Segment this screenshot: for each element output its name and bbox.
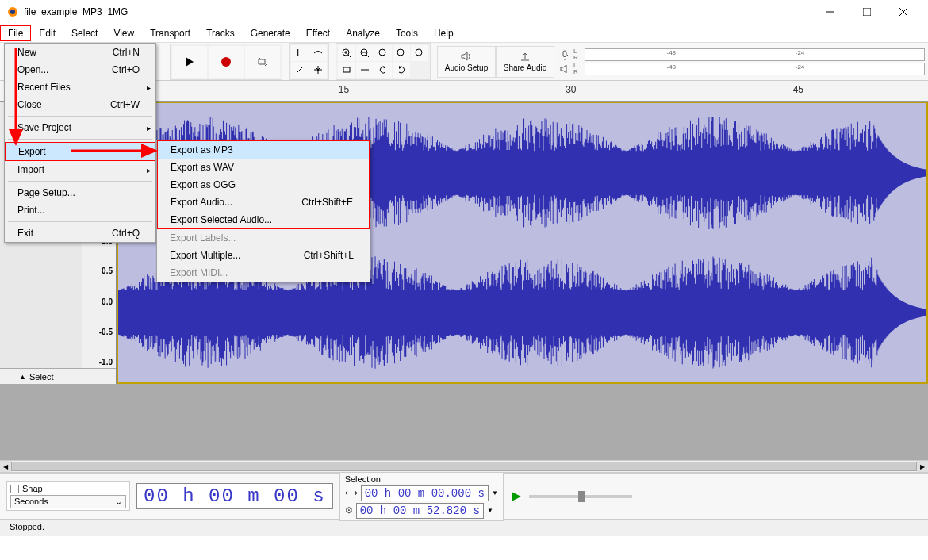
selection-end-time[interactable]: 00 h 00 m 52.820 s xyxy=(356,503,484,519)
menu-help[interactable]: Help xyxy=(426,25,462,41)
scale-val: -0.5 xyxy=(82,328,113,336)
menu-transport[interactable]: Transport xyxy=(142,25,198,41)
play-speed-button[interactable] xyxy=(510,490,523,503)
silence-icon[interactable] xyxy=(356,62,374,78)
export-menu-export-midi-: Export MIDI... xyxy=(157,264,370,282)
export-submenu: Export as MP3Export as WAVExport as OGGE… xyxy=(156,140,370,282)
play-button[interactable] xyxy=(172,46,207,78)
menubar: File Edit Select View Transport Tracks G… xyxy=(0,24,928,43)
scroll-right-arrow[interactable]: ▶ xyxy=(917,461,928,472)
export-menu-export-as-wav[interactable]: Export as WAV xyxy=(158,159,369,176)
menu-tracks[interactable]: Tracks xyxy=(198,25,243,41)
horizontal-scrollbar[interactable]: ◀ ▶ xyxy=(0,460,928,473)
playback-meter[interactable]: -48 -24 xyxy=(585,63,925,75)
speed-slider[interactable] xyxy=(529,495,632,498)
export-menu-export-as-mp-[interactable]: Export as MP3 xyxy=(158,141,369,159)
snap-label: Snap xyxy=(22,484,43,493)
status-text: Stopped. xyxy=(10,522,44,531)
file-menu-close[interactable]: CloseCtrl+W xyxy=(5,96,155,113)
empty-track-area xyxy=(0,384,928,460)
zoom-toggle-icon[interactable] xyxy=(411,45,428,61)
svg-rect-23 xyxy=(563,51,566,56)
file-menu-exit[interactable]: ExitCtrl+Q xyxy=(5,224,155,242)
mic-icon xyxy=(559,49,570,60)
selection-label: Selection xyxy=(345,474,498,484)
maximize-button[interactable] xyxy=(849,0,885,24)
svg-point-17 xyxy=(397,49,404,56)
speaker-small-icon xyxy=(559,63,570,75)
menu-view[interactable]: View xyxy=(105,25,142,41)
redo-icon[interactable] xyxy=(393,62,410,78)
multi-tool-icon[interactable] xyxy=(309,62,327,78)
fit-project-icon[interactable] xyxy=(393,45,410,61)
play-at-speed xyxy=(510,490,632,503)
meter-area: LR -48 -24 LR -48 -24 xyxy=(559,48,925,75)
file-menu-recent-files[interactable]: Recent Files▸ xyxy=(5,79,155,96)
svg-text:I: I xyxy=(297,48,299,58)
lr-label-2: LR xyxy=(573,63,581,75)
scroll-left-arrow[interactable]: ◀ xyxy=(0,461,11,472)
selection-start-time[interactable]: 00 h 00 m 00.000 s xyxy=(361,485,489,501)
svg-point-1 xyxy=(10,10,15,14)
svg-marker-28 xyxy=(512,492,521,501)
share-audio-button[interactable]: Share Audio xyxy=(496,46,554,78)
export-menu-export-multiple-[interactable]: Export Multiple...Ctrl+Shift+L xyxy=(157,247,370,264)
audio-setup-button[interactable]: Audio Setup xyxy=(437,46,496,78)
snap-unit-select[interactable]: Seconds⌄ xyxy=(10,495,126,508)
lr-label: LR xyxy=(573,48,581,61)
scroll-thumb[interactable] xyxy=(11,462,917,471)
menu-file[interactable]: File xyxy=(0,25,31,41)
export-menu-export-audio-[interactable]: Export Audio...Ctrl+Shift+E xyxy=(158,194,369,211)
menu-select[interactable]: Select xyxy=(63,25,105,41)
file-menu-import[interactable]: Import▸ xyxy=(5,161,155,178)
draw-tool-icon[interactable] xyxy=(291,62,309,78)
zoom-in-icon[interactable] xyxy=(338,45,355,61)
file-menu-new[interactable]: NewCtrl+N xyxy=(5,44,155,61)
speed-slider-thumb[interactable] xyxy=(578,491,585,502)
svg-rect-3 xyxy=(863,8,871,16)
export-menu-export-labels-: Export Labels... xyxy=(157,229,370,247)
undo-icon[interactable] xyxy=(374,62,392,78)
upload-icon xyxy=(519,51,531,62)
file-menu-export[interactable]: Export▸ xyxy=(5,142,155,161)
snap-checkbox[interactable] xyxy=(10,485,19,493)
export-menu-export-as-ogg[interactable]: Export as OGG xyxy=(158,176,369,194)
ruler-tick: 15 xyxy=(339,84,349,95)
record-button[interactable] xyxy=(209,46,244,78)
settings-icon[interactable]: ⚙ xyxy=(345,505,353,516)
export-menu-export-selected-audio-[interactable]: Export Selected Audio... xyxy=(158,211,369,228)
zoom-out-icon[interactable] xyxy=(356,45,374,61)
loop-button[interactable] xyxy=(245,46,280,78)
menu-effect[interactable]: Effect xyxy=(298,25,338,41)
svg-line-10 xyxy=(348,55,351,57)
svg-rect-19 xyxy=(343,67,350,72)
file-menu-page-setup-[interactable]: Page Setup... xyxy=(5,184,155,201)
file-menu-save-project[interactable]: Save Project▸ xyxy=(5,119,155,136)
envelope-tool-icon[interactable] xyxy=(309,45,327,61)
recording-meter[interactable]: -48 -24 xyxy=(585,48,925,61)
trim-icon[interactable] xyxy=(338,62,355,78)
file-menu-open-[interactable]: Open...Ctrl+O xyxy=(5,61,155,79)
audio-setup-label: Audio Setup xyxy=(445,63,489,72)
main-time-display[interactable]: 00 h 00 m 00 s xyxy=(136,483,333,509)
file-menu-print-[interactable]: Print... xyxy=(5,201,155,219)
selection-tool-icon[interactable]: I xyxy=(291,45,309,61)
track-select-bar[interactable]: ▲ Select xyxy=(0,368,116,384)
menu-generate[interactable]: Generate xyxy=(243,25,298,41)
svg-point-7 xyxy=(221,57,231,67)
scale-val: -1.0 xyxy=(82,358,113,366)
svg-marker-6 xyxy=(186,57,194,67)
fit-selection-icon[interactable] xyxy=(374,45,392,61)
menu-tools[interactable]: Tools xyxy=(388,25,426,41)
speaker-icon xyxy=(460,51,473,62)
scale-val: 0.5 xyxy=(82,267,113,275)
ruler-tick: 45 xyxy=(793,84,803,95)
menu-edit[interactable]: Edit xyxy=(31,25,63,41)
timeline-ruler[interactable]: 15 30 45 xyxy=(117,81,928,102)
minimize-button[interactable] xyxy=(812,0,849,24)
select-label: Select xyxy=(29,372,54,382)
menu-analyze[interactable]: Analyze xyxy=(338,25,388,41)
svg-point-16 xyxy=(379,49,385,56)
selection-mode-icon[interactable]: ⟷ xyxy=(345,488,358,498)
close-button[interactable] xyxy=(885,0,922,24)
